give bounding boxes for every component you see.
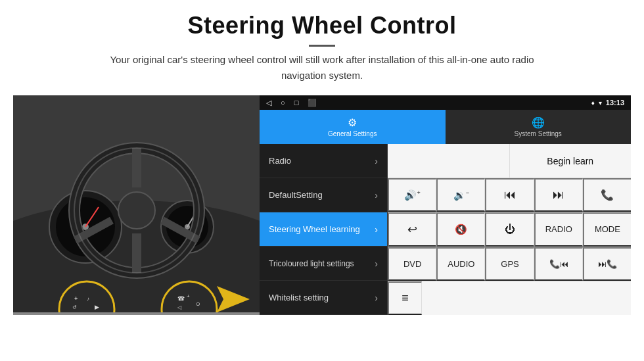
- mute-icon: 🔇: [455, 224, 467, 235]
- status-bar-left: ◁ ○ □ ⬛: [266, 99, 317, 107]
- prev-track-icon: ⏮: [504, 188, 516, 202]
- status-bar: ◁ ○ □ ⬛ ♦ ▾ 13:13: [260, 95, 631, 110]
- svg-text:↺: ↺: [72, 304, 77, 310]
- next-track-icon: ⏭: [553, 188, 564, 202]
- power-icon: ⏻: [505, 224, 515, 235]
- controls-row-4: ≡: [388, 281, 631, 315]
- system-settings-icon: 🌐: [532, 116, 545, 129]
- audio-button[interactable]: AUDIO: [436, 247, 485, 281]
- menu-item-tricoloured[interactable]: Tricoloured light settings ›: [260, 247, 387, 281]
- phone-button[interactable]: 📞: [583, 178, 631, 212]
- begin-learn-button[interactable]: Begin learn: [510, 144, 632, 178]
- cast-icon[interactable]: ⬛: [308, 99, 317, 107]
- menu-tricoloured-label: Tricoloured light settings: [269, 259, 354, 268]
- vol-down-icon: 🔉−: [453, 189, 469, 201]
- whitelist-chevron-icon: ›: [375, 293, 378, 303]
- dvd-label: DVD: [403, 259, 421, 269]
- page-title: Steering Wheel Control: [39, 12, 605, 39]
- radio-button[interactable]: RADIO: [534, 212, 583, 246]
- tricoloured-chevron-icon: ›: [375, 258, 378, 269]
- svg-text:☎: ☎: [177, 295, 185, 302]
- gps-button[interactable]: GPS: [485, 247, 534, 281]
- page-subtitle: Your original car's steering wheel contr…: [99, 52, 545, 84]
- controls-panel: Begin learn 🔊+ 🔉−: [388, 144, 631, 315]
- vol-up-button[interactable]: 🔊+: [388, 178, 436, 212]
- default-chevron-icon: ›: [375, 190, 378, 201]
- mode-label: MODE: [595, 224, 620, 234]
- home-icon[interactable]: ○: [281, 99, 285, 107]
- page-container: Steering Wheel Control Your original car…: [0, 0, 644, 315]
- menu-radio-label: Radio: [269, 156, 291, 166]
- phone-prev-icon: 📞⏮: [549, 259, 568, 269]
- steering-wheel-area: + ↺ − ♪ ▶ ☎ + ◁ ▷ ⊙: [13, 95, 260, 312]
- prev-track-button[interactable]: ⏮: [485, 178, 534, 212]
- radio-chevron-icon: ›: [375, 156, 378, 166]
- title-divider: [309, 45, 335, 47]
- phone-icon: 📞: [601, 189, 614, 201]
- menu-item-steering[interactable]: Steering Wheel learning ›: [260, 212, 387, 247]
- mute-button[interactable]: 🔇: [436, 212, 485, 246]
- phone-next-button[interactable]: ⏭📞: [583, 247, 631, 281]
- empty-bottom: [422, 281, 631, 315]
- svg-text:+: +: [187, 293, 190, 299]
- car-image: + ↺ − ♪ ▶ ☎ + ◁ ▷ ⊙: [13, 95, 260, 315]
- mode-button[interactable]: MODE: [583, 212, 631, 246]
- tab-system-label: System Settings: [515, 130, 562, 137]
- recents-icon[interactable]: □: [294, 99, 299, 107]
- audio-label: AUDIO: [448, 259, 474, 269]
- signal-icon: ▾: [599, 99, 602, 107]
- svg-text:▶: ▶: [95, 304, 99, 310]
- menu-item-default[interactable]: DefaultSetting ›: [260, 178, 387, 212]
- back-nav-icon[interactable]: ◁: [266, 99, 271, 107]
- tab-general-settings[interactable]: ⚙ General Settings: [260, 110, 446, 144]
- empty-slot: [388, 144, 510, 178]
- menu-item-radio[interactable]: Radio ›: [260, 144, 387, 178]
- controls-row-2: ↩ 🔇 ⏻ RADIO MOD: [388, 212, 631, 247]
- location-icon: ♦: [591, 99, 595, 107]
- vol-up-icon: 🔊+: [404, 189, 420, 201]
- time-display: 13:13: [606, 99, 624, 107]
- tab-general-label: General Settings: [328, 130, 377, 137]
- vol-down-button[interactable]: 🔉−: [436, 178, 485, 212]
- svg-text:+: +: [74, 295, 78, 302]
- menu-default-label: DefaultSetting: [269, 190, 323, 200]
- controls-row-1: 🔊+ 🔉− ⏮ ⏭ 📞: [388, 178, 631, 212]
- svg-text:◁: ◁: [177, 304, 182, 310]
- next-track-button[interactable]: ⏭: [534, 178, 583, 212]
- dvd-button[interactable]: DVD: [388, 247, 436, 281]
- top-row: Begin learn: [388, 144, 631, 178]
- tab-bar: ⚙ General Settings 🌐 System Settings: [260, 110, 631, 144]
- controls-row-3: DVD AUDIO GPS 📞⏮: [388, 247, 631, 281]
- device-ui: ◁ ○ □ ⬛ ♦ ▾ 13:13 ⚙ General Settings: [260, 95, 631, 315]
- menu-controls-area: Radio › DefaultSetting › Steering Wheel …: [260, 144, 631, 315]
- menu-item-whitelist[interactable]: Whitelist setting ›: [260, 281, 387, 315]
- gps-label: GPS: [501, 259, 518, 269]
- car-image-svg: + ↺ − ♪ ▶ ☎ + ◁ ▷ ⊙: [13, 95, 260, 312]
- controls-grid: 🔊+ 🔉− ⏮ ⏭ 📞: [388, 178, 631, 315]
- svg-text:⊙: ⊙: [196, 301, 200, 307]
- back-button[interactable]: ↩: [388, 212, 436, 246]
- menu-icon: ≡: [402, 291, 409, 305]
- main-content: + ↺ − ♪ ▶ ☎ + ◁ ▷ ⊙: [0, 95, 644, 315]
- phone-next-icon: ⏭📞: [598, 259, 617, 269]
- general-settings-icon: ⚙: [348, 116, 357, 129]
- page-header: Steering Wheel Control Your original car…: [0, 0, 644, 90]
- svg-text:♪: ♪: [87, 296, 89, 302]
- menu-list: Radio › DefaultSetting › Steering Wheel …: [260, 144, 388, 315]
- radio-label: RADIO: [545, 224, 572, 234]
- tab-system-settings[interactable]: 🌐 System Settings: [446, 110, 632, 144]
- status-bar-right: ♦ ▾ 13:13: [591, 99, 624, 107]
- phone-prev-button[interactable]: 📞⏮: [534, 247, 583, 281]
- svg-point-16: [118, 192, 155, 229]
- menu-whitelist-label: Whitelist setting: [269, 293, 329, 302]
- steering-chevron-icon: ›: [375, 224, 378, 235]
- back-icon: ↩: [407, 222, 417, 237]
- menu-steering-label: Steering Wheel learning: [269, 224, 360, 234]
- power-button[interactable]: ⏻: [485, 212, 534, 246]
- menu-button[interactable]: ≡: [388, 281, 422, 315]
